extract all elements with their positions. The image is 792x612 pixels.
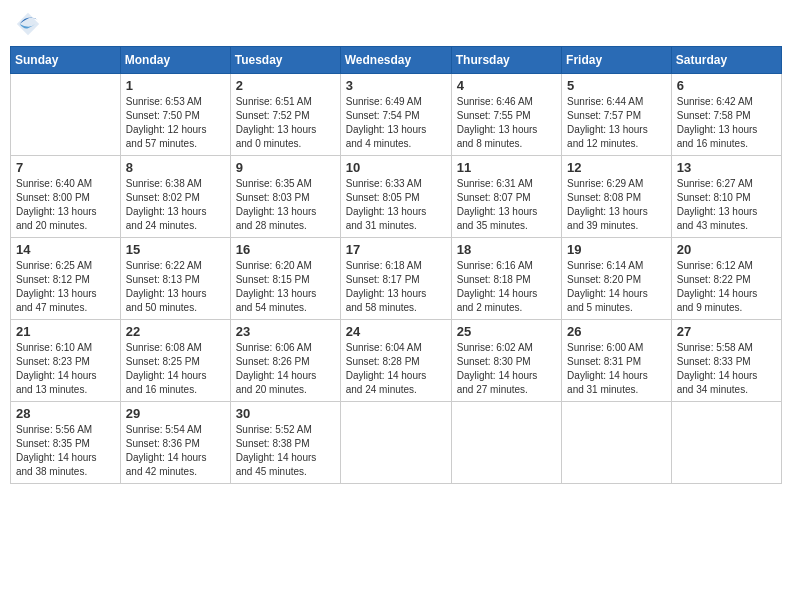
day-info: Sunrise: 6:16 AMSunset: 8:18 PMDaylight:… bbox=[457, 259, 556, 315]
day-number: 23 bbox=[236, 324, 335, 339]
calendar-cell: 20Sunrise: 6:12 AMSunset: 8:22 PMDayligh… bbox=[671, 238, 781, 320]
page-header bbox=[10, 10, 782, 38]
calendar-header-row: SundayMondayTuesdayWednesdayThursdayFrid… bbox=[11, 47, 782, 74]
day-number: 4 bbox=[457, 78, 556, 93]
day-number: 27 bbox=[677, 324, 776, 339]
day-number: 13 bbox=[677, 160, 776, 175]
day-info: Sunrise: 6:14 AMSunset: 8:20 PMDaylight:… bbox=[567, 259, 666, 315]
calendar-cell bbox=[11, 74, 121, 156]
day-number: 14 bbox=[16, 242, 115, 257]
calendar-cell bbox=[562, 402, 672, 484]
day-number: 19 bbox=[567, 242, 666, 257]
day-number: 20 bbox=[677, 242, 776, 257]
day-number: 16 bbox=[236, 242, 335, 257]
day-info: Sunrise: 6:06 AMSunset: 8:26 PMDaylight:… bbox=[236, 341, 335, 397]
day-info: Sunrise: 5:52 AMSunset: 8:38 PMDaylight:… bbox=[236, 423, 335, 479]
calendar-cell: 28Sunrise: 5:56 AMSunset: 8:35 PMDayligh… bbox=[11, 402, 121, 484]
day-info: Sunrise: 6:02 AMSunset: 8:30 PMDaylight:… bbox=[457, 341, 556, 397]
logo-icon bbox=[14, 10, 42, 38]
day-info: Sunrise: 6:40 AMSunset: 8:00 PMDaylight:… bbox=[16, 177, 115, 233]
day-number: 18 bbox=[457, 242, 556, 257]
day-info: Sunrise: 6:27 AMSunset: 8:10 PMDaylight:… bbox=[677, 177, 776, 233]
calendar-cell: 29Sunrise: 5:54 AMSunset: 8:36 PMDayligh… bbox=[120, 402, 230, 484]
calendar-cell: 15Sunrise: 6:22 AMSunset: 8:13 PMDayligh… bbox=[120, 238, 230, 320]
calendar-cell: 27Sunrise: 5:58 AMSunset: 8:33 PMDayligh… bbox=[671, 320, 781, 402]
day-number: 3 bbox=[346, 78, 446, 93]
calendar-cell: 17Sunrise: 6:18 AMSunset: 8:17 PMDayligh… bbox=[340, 238, 451, 320]
day-number: 24 bbox=[346, 324, 446, 339]
day-number: 10 bbox=[346, 160, 446, 175]
day-info: Sunrise: 5:56 AMSunset: 8:35 PMDaylight:… bbox=[16, 423, 115, 479]
day-info: Sunrise: 6:12 AMSunset: 8:22 PMDaylight:… bbox=[677, 259, 776, 315]
calendar-cell: 22Sunrise: 6:08 AMSunset: 8:25 PMDayligh… bbox=[120, 320, 230, 402]
calendar-cell: 9Sunrise: 6:35 AMSunset: 8:03 PMDaylight… bbox=[230, 156, 340, 238]
day-number: 8 bbox=[126, 160, 225, 175]
day-number: 21 bbox=[16, 324, 115, 339]
day-info: Sunrise: 6:25 AMSunset: 8:12 PMDaylight:… bbox=[16, 259, 115, 315]
calendar-day-header: Saturday bbox=[671, 47, 781, 74]
day-number: 1 bbox=[126, 78, 225, 93]
day-info: Sunrise: 6:22 AMSunset: 8:13 PMDaylight:… bbox=[126, 259, 225, 315]
calendar-cell: 23Sunrise: 6:06 AMSunset: 8:26 PMDayligh… bbox=[230, 320, 340, 402]
calendar-cell: 2Sunrise: 6:51 AMSunset: 7:52 PMDaylight… bbox=[230, 74, 340, 156]
calendar-cell: 13Sunrise: 6:27 AMSunset: 8:10 PMDayligh… bbox=[671, 156, 781, 238]
day-info: Sunrise: 5:58 AMSunset: 8:33 PMDaylight:… bbox=[677, 341, 776, 397]
day-info: Sunrise: 6:35 AMSunset: 8:03 PMDaylight:… bbox=[236, 177, 335, 233]
calendar-week-row: 7Sunrise: 6:40 AMSunset: 8:00 PMDaylight… bbox=[11, 156, 782, 238]
day-number: 12 bbox=[567, 160, 666, 175]
calendar-week-row: 1Sunrise: 6:53 AMSunset: 7:50 PMDaylight… bbox=[11, 74, 782, 156]
day-info: Sunrise: 6:49 AMSunset: 7:54 PMDaylight:… bbox=[346, 95, 446, 151]
calendar-cell: 6Sunrise: 6:42 AMSunset: 7:58 PMDaylight… bbox=[671, 74, 781, 156]
calendar-cell: 24Sunrise: 6:04 AMSunset: 8:28 PMDayligh… bbox=[340, 320, 451, 402]
calendar-week-row: 21Sunrise: 6:10 AMSunset: 8:23 PMDayligh… bbox=[11, 320, 782, 402]
day-info: Sunrise: 6:42 AMSunset: 7:58 PMDaylight:… bbox=[677, 95, 776, 151]
calendar-day-header: Wednesday bbox=[340, 47, 451, 74]
day-info: Sunrise: 6:44 AMSunset: 7:57 PMDaylight:… bbox=[567, 95, 666, 151]
calendar-cell: 5Sunrise: 6:44 AMSunset: 7:57 PMDaylight… bbox=[562, 74, 672, 156]
calendar-week-row: 28Sunrise: 5:56 AMSunset: 8:35 PMDayligh… bbox=[11, 402, 782, 484]
calendar-cell: 1Sunrise: 6:53 AMSunset: 7:50 PMDaylight… bbox=[120, 74, 230, 156]
day-info: Sunrise: 6:04 AMSunset: 8:28 PMDaylight:… bbox=[346, 341, 446, 397]
day-number: 22 bbox=[126, 324, 225, 339]
calendar-table: SundayMondayTuesdayWednesdayThursdayFrid… bbox=[10, 46, 782, 484]
calendar-cell: 12Sunrise: 6:29 AMSunset: 8:08 PMDayligh… bbox=[562, 156, 672, 238]
svg-marker-0 bbox=[17, 13, 39, 35]
day-number: 28 bbox=[16, 406, 115, 421]
calendar-day-header: Friday bbox=[562, 47, 672, 74]
day-info: Sunrise: 6:38 AMSunset: 8:02 PMDaylight:… bbox=[126, 177, 225, 233]
calendar-day-header: Tuesday bbox=[230, 47, 340, 74]
day-info: Sunrise: 6:46 AMSunset: 7:55 PMDaylight:… bbox=[457, 95, 556, 151]
day-number: 2 bbox=[236, 78, 335, 93]
day-number: 7 bbox=[16, 160, 115, 175]
day-number: 6 bbox=[677, 78, 776, 93]
calendar-cell: 3Sunrise: 6:49 AMSunset: 7:54 PMDaylight… bbox=[340, 74, 451, 156]
calendar-cell bbox=[671, 402, 781, 484]
day-number: 26 bbox=[567, 324, 666, 339]
calendar-cell bbox=[451, 402, 561, 484]
day-info: Sunrise: 6:00 AMSunset: 8:31 PMDaylight:… bbox=[567, 341, 666, 397]
day-number: 15 bbox=[126, 242, 225, 257]
day-info: Sunrise: 5:54 AMSunset: 8:36 PMDaylight:… bbox=[126, 423, 225, 479]
calendar-cell: 10Sunrise: 6:33 AMSunset: 8:05 PMDayligh… bbox=[340, 156, 451, 238]
day-info: Sunrise: 6:18 AMSunset: 8:17 PMDaylight:… bbox=[346, 259, 446, 315]
day-info: Sunrise: 6:10 AMSunset: 8:23 PMDaylight:… bbox=[16, 341, 115, 397]
day-number: 11 bbox=[457, 160, 556, 175]
calendar-day-header: Thursday bbox=[451, 47, 561, 74]
calendar-cell: 8Sunrise: 6:38 AMSunset: 8:02 PMDaylight… bbox=[120, 156, 230, 238]
day-info: Sunrise: 6:31 AMSunset: 8:07 PMDaylight:… bbox=[457, 177, 556, 233]
logo bbox=[14, 10, 46, 38]
day-info: Sunrise: 6:08 AMSunset: 8:25 PMDaylight:… bbox=[126, 341, 225, 397]
calendar-cell: 14Sunrise: 6:25 AMSunset: 8:12 PMDayligh… bbox=[11, 238, 121, 320]
calendar-cell: 30Sunrise: 5:52 AMSunset: 8:38 PMDayligh… bbox=[230, 402, 340, 484]
day-number: 5 bbox=[567, 78, 666, 93]
calendar-cell: 4Sunrise: 6:46 AMSunset: 7:55 PMDaylight… bbox=[451, 74, 561, 156]
calendar-cell: 18Sunrise: 6:16 AMSunset: 8:18 PMDayligh… bbox=[451, 238, 561, 320]
calendar-cell: 21Sunrise: 6:10 AMSunset: 8:23 PMDayligh… bbox=[11, 320, 121, 402]
calendar-week-row: 14Sunrise: 6:25 AMSunset: 8:12 PMDayligh… bbox=[11, 238, 782, 320]
calendar-day-header: Monday bbox=[120, 47, 230, 74]
calendar-cell: 25Sunrise: 6:02 AMSunset: 8:30 PMDayligh… bbox=[451, 320, 561, 402]
day-info: Sunrise: 6:20 AMSunset: 8:15 PMDaylight:… bbox=[236, 259, 335, 315]
calendar-cell: 11Sunrise: 6:31 AMSunset: 8:07 PMDayligh… bbox=[451, 156, 561, 238]
calendar-day-header: Sunday bbox=[11, 47, 121, 74]
day-info: Sunrise: 6:33 AMSunset: 8:05 PMDaylight:… bbox=[346, 177, 446, 233]
